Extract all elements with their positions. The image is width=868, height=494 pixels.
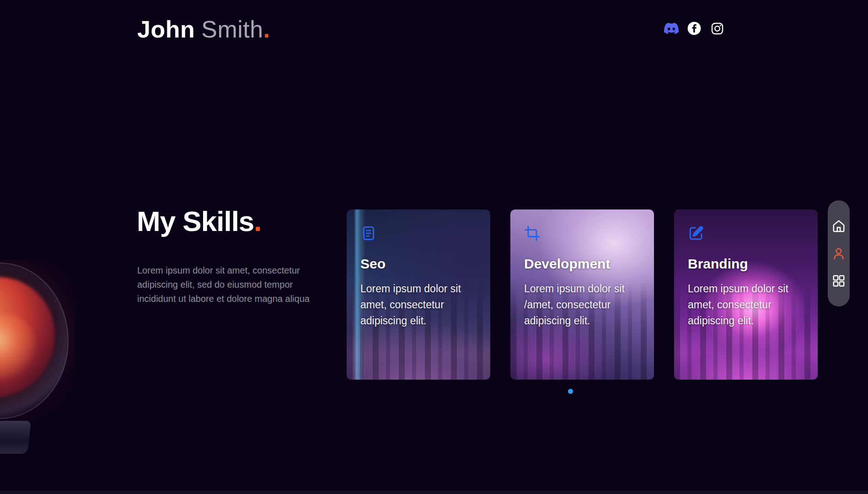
skill-card-branding[interactable]: Branding Lorem ipsum dolor sit amet, con…: [674, 209, 818, 380]
facebook-icon[interactable]: [687, 21, 702, 36]
card-text: Lorem ipsum dolor sit amet, consectetur …: [360, 281, 477, 329]
section-title: My Skills.: [137, 205, 262, 237]
footer-strip: [0, 491, 868, 494]
crop-icon: [524, 225, 541, 242]
logo-accent-dot: .: [263, 16, 270, 43]
file-text-icon: [360, 225, 377, 242]
carousel-dot-active[interactable]: [568, 389, 573, 394]
logo-last-name: Smith: [201, 16, 263, 43]
card-title: Branding: [688, 256, 804, 272]
nav-user-button[interactable]: [831, 246, 846, 261]
edit-icon: [688, 225, 704, 242]
card-text: Lorem ipsum dolor sit amet, consectetur …: [688, 281, 804, 329]
card-title: Seo: [360, 256, 477, 272]
social-links: [664, 21, 724, 36]
section-title-dot: .: [254, 205, 261, 237]
skill-card-development[interactable]: Development Lorem ipsum dolor sit /amet,…: [510, 209, 654, 380]
skills-carousel: Seo Lorem ipsum dolor sit amet, consecte…: [347, 209, 818, 380]
bulb-brain-highlight: [0, 315, 36, 381]
card-text: Lorem ipsum dolor sit /amet, consectetur…: [524, 281, 640, 329]
bulb-neck: [0, 421, 31, 454]
card-title: Development: [524, 256, 640, 272]
logo-first-name: John: [137, 16, 195, 43]
instagram-icon[interactable]: [710, 21, 724, 36]
skill-card-seo[interactable]: Seo Lorem ipsum dolor sit amet, consecte…: [347, 209, 490, 380]
site-logo[interactable]: JohnSmith.: [137, 16, 270, 43]
side-nav: [828, 200, 850, 306]
discord-icon[interactable]: [664, 21, 679, 36]
carousel-indicators: [568, 389, 573, 394]
bulb-glass: [0, 263, 69, 419]
section-description: Lorem ipsum dolor sit amet, consectetur …: [137, 263, 332, 306]
portfolio-page: JohnSmith. My Skills. Lorem ipsum dolor …: [0, 0, 868, 494]
section-title-text: My Skills: [137, 205, 254, 237]
lightbulb-brain-image: [0, 260, 74, 463]
bulb-brain: [0, 277, 55, 397]
nav-grid-button[interactable]: [831, 274, 846, 288]
nav-home-button[interactable]: [831, 219, 846, 233]
